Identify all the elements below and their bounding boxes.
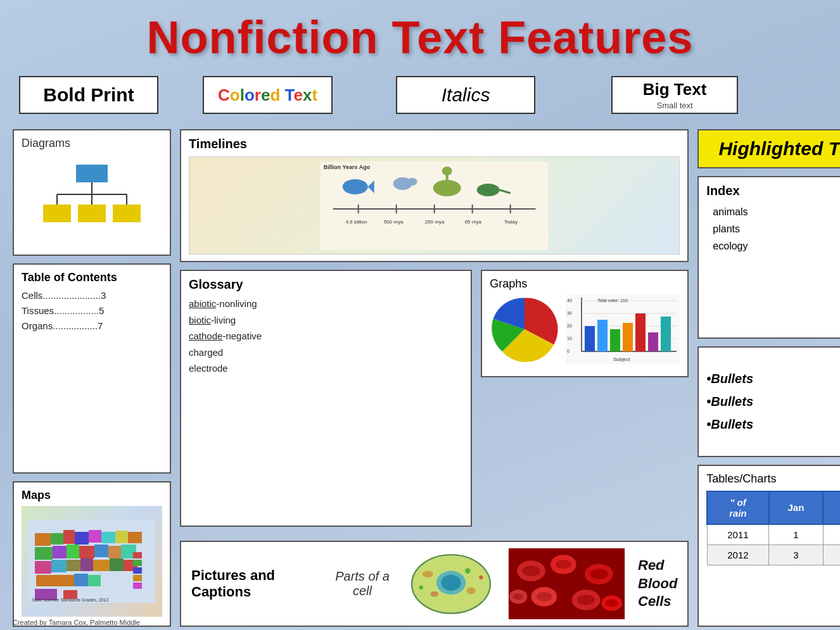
bullet-1: •Bullets xyxy=(706,367,840,390)
svg-rect-7 xyxy=(78,205,106,222)
svg-rect-77 xyxy=(585,326,595,351)
table-header-jan: Jan xyxy=(769,491,824,524)
table-cell-jan-1: 1 xyxy=(769,524,824,545)
bold-print-label: Bold Print xyxy=(43,84,134,106)
svg-point-89 xyxy=(441,574,461,590)
table-cell-feb-2: 4 xyxy=(823,545,840,565)
timeline-svg: 4.6 billion 500 mya 250 mya 65 mya Today… xyxy=(189,161,679,250)
toc-entry-2: Tissues.................5 xyxy=(22,303,162,318)
svg-rect-13 xyxy=(75,532,89,545)
table-header-rain: " ofrain xyxy=(707,491,768,524)
svg-point-50 xyxy=(343,179,368,194)
bullets-box: •Bullets •Bullets •Bullets xyxy=(697,346,840,457)
toc-box: Table of Contents Cells.................… xyxy=(13,263,171,474)
svg-rect-39 xyxy=(133,567,142,574)
svg-point-90 xyxy=(423,570,433,577)
svg-rect-78 xyxy=(597,320,608,351)
graphs-title: Graphs xyxy=(490,277,680,291)
diagram-svg xyxy=(41,161,143,237)
maps-box: Maps xyxy=(13,481,171,627)
glossary-entry-5: electrode xyxy=(189,360,463,377)
tables-title: Tables/Charts xyxy=(706,472,840,486)
svg-point-57 xyxy=(477,184,500,196)
table-cell-year-2: 2012 xyxy=(707,545,768,565)
svg-rect-40 xyxy=(133,575,142,581)
diagrams-title: Diagrams xyxy=(22,137,70,150)
svg-rect-8 xyxy=(113,205,141,222)
pictures-title: Pictures and Captions xyxy=(191,567,318,600)
bar-chart-svg: 0 10 20 30 40 xyxy=(566,294,680,364)
pictures-and-captions-box: Pictures and Captions Parts of a cell xyxy=(180,541,689,627)
svg-rect-23 xyxy=(108,546,121,558)
toc-entry-3: Organs.................7 xyxy=(22,318,162,334)
svg-text:20: 20 xyxy=(567,324,572,328)
svg-point-95 xyxy=(479,575,483,579)
toc-entry-1: Cells......................3 xyxy=(22,288,162,303)
svg-point-105 xyxy=(537,592,552,601)
svg-text:State Science Standards Grades: State Science Standards Grades, 2012 xyxy=(32,598,109,602)
svg-rect-15 xyxy=(101,532,115,543)
blood-cells-image-svg xyxy=(508,548,625,619)
svg-rect-21 xyxy=(79,546,94,558)
diagram-visual xyxy=(41,161,143,237)
svg-rect-37 xyxy=(133,552,142,558)
svg-rect-41 xyxy=(133,583,142,589)
cell-image-svg xyxy=(407,551,495,617)
svg-point-53 xyxy=(407,178,417,186)
colored-text-box: Colored Text xyxy=(203,76,333,114)
pie-chart-svg xyxy=(490,294,559,364)
feature-labels-row: Bold Print Colored Text Italics Big Text… xyxy=(0,70,840,120)
table-row-2: 2012 3 4 xyxy=(707,545,840,565)
svg-text:65 mya: 65 mya xyxy=(465,219,482,225)
svg-rect-17 xyxy=(128,532,142,543)
svg-rect-81 xyxy=(635,313,646,351)
bold-print-box: Bold Print xyxy=(19,76,158,114)
diagrams-box: Diagrams xyxy=(13,129,171,256)
svg-text:Subject: Subject xyxy=(613,356,630,362)
bigtext-box: Big Text Small text xyxy=(611,76,738,114)
page-title: Nonfiction Text Features xyxy=(0,0,840,70)
svg-rect-29 xyxy=(93,560,110,571)
index-box: Index animals2,4,6 plants3,5,7 ecology10… xyxy=(697,176,840,339)
svg-rect-30 xyxy=(110,558,124,571)
table-header-feb: Feb xyxy=(823,491,840,524)
svg-point-109 xyxy=(606,599,618,607)
svg-rect-83 xyxy=(661,317,671,351)
graphs-visuals: 0 10 20 30 40 xyxy=(490,294,680,370)
table-row-1: 2011 1 2 xyxy=(707,524,840,545)
table-cell-year-1: 2011 xyxy=(707,524,768,545)
svg-point-111 xyxy=(513,593,523,600)
index-entry-3: ecology10,11 xyxy=(706,237,840,255)
small-text-label: Small text xyxy=(657,101,693,110)
svg-point-56 xyxy=(442,167,452,175)
svg-point-101 xyxy=(556,560,571,569)
svg-rect-32 xyxy=(36,575,74,586)
toc-title: Table of Contents xyxy=(22,271,162,284)
glossary-entry-2: biotic-living xyxy=(189,312,463,329)
svg-rect-82 xyxy=(648,332,658,351)
svg-text:Total voter: 210: Total voter: 210 xyxy=(597,298,628,303)
timelines-box: Timelines xyxy=(180,129,689,262)
svg-text:10: 10 xyxy=(567,336,572,341)
svg-rect-6 xyxy=(43,205,71,222)
svg-text:4.6 billion: 4.6 billion xyxy=(346,219,367,225)
svg-rect-18 xyxy=(35,547,53,560)
svg-rect-14 xyxy=(89,530,101,543)
glossary-box: Glossary abiotic-nonliving biotic-living… xyxy=(180,270,472,527)
svg-rect-19 xyxy=(53,546,67,558)
index-entry-2: plants3,5,7 xyxy=(706,220,840,237)
svg-text:40: 40 xyxy=(567,298,572,303)
big-text-label: Big Text xyxy=(643,80,707,99)
map-placeholder: State Science Standards Grades, 2012 xyxy=(22,506,162,617)
svg-rect-12 xyxy=(63,530,75,544)
svg-rect-20 xyxy=(67,545,79,558)
svg-rect-79 xyxy=(610,329,620,351)
svg-point-92 xyxy=(430,591,438,596)
highlighted-text: Highlighted Text xyxy=(718,138,840,160)
timeline-image: 4.6 billion 500 mya 250 mya 65 mya Today… xyxy=(189,156,680,255)
timelines-title: Timelines xyxy=(189,137,680,151)
footer-credit: Created by Tamara Cox, Palmetto Middle xyxy=(13,619,140,626)
svg-rect-25 xyxy=(35,561,51,574)
svg-text:250 mya: 250 mya xyxy=(425,219,445,225)
bullet-2: •Bullets xyxy=(706,390,840,413)
